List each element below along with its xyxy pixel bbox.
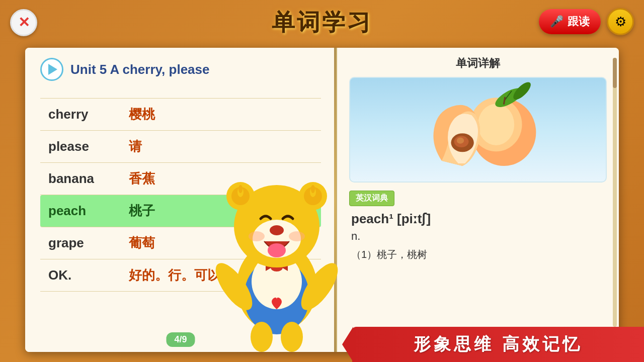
word-chinese: 葡萄 [129,234,155,252]
gear-icon: ⚙ [615,14,626,30]
word-english: peach [48,203,119,219]
word-detail-title: 单词详解 [349,56,607,71]
dict-tag: 英汉词典 [349,191,394,206]
word-chinese: 桃子 [129,202,155,220]
scrollbar-thumb[interactable] [613,58,617,88]
svg-point-17 [268,243,286,257]
word-english: grape [48,235,119,251]
unit-header: Unit 5 A cherry, please [40,58,321,86]
svg-point-22 [251,322,273,352]
word-english: cherry [48,107,119,122]
dict-headword: peach¹ [piːtʃ] [351,211,605,227]
svg-point-14 [311,185,315,193]
word-chinese: 请 [129,138,142,155]
dict-definition: （1）桃子，桃树 [351,247,605,262]
top-bar: ✕ 单词学习 🎤 跟读 ⚙ [0,0,644,45]
right-page: 单词详解 [337,48,619,352]
word-image-box [349,77,607,183]
play-button[interactable] [40,58,63,81]
settings-button[interactable]: ⚙ [607,8,634,35]
word-chinese: 樱桃 [129,106,155,123]
follow-read-button[interactable]: 🎤 跟读 [539,9,601,34]
mic-icon: 🎤 [550,15,564,28]
dict-entry: peach¹ [piːtʃ] n. （1）桃子，桃树 [349,211,607,262]
svg-point-19 [289,231,305,241]
unit-title: Unit 5 A cherry, please [70,62,209,77]
word-english: banana [48,171,119,187]
top-right-controls: 🎤 跟读 ⚙ [539,8,634,35]
svg-point-23 [281,322,303,352]
book-container: Unit 5 A cherry, please cherry 樱桃 please… [25,48,619,352]
word-english: OK. [48,267,119,283]
word-row-cherry[interactable]: cherry 樱桃 [40,98,321,131]
svg-point-33 [457,137,464,143]
scrollbar[interactable] [613,58,617,327]
close-icon: ✕ [18,16,30,30]
bottom-banner: 形象思维 高效记忆 [352,327,644,362]
close-button[interactable]: ✕ [10,9,37,36]
bottom-banner-text: 形象思维 高效记忆 [414,333,582,356]
svg-point-26 [478,104,514,145]
page-title: 单词学习 [272,7,372,38]
dict-pos: n. [351,230,605,243]
page-number: 4/9 [166,332,195,347]
follow-read-label: 跟读 [568,14,590,29]
svg-point-16 [270,225,284,235]
bear-mascot [206,131,347,352]
svg-point-18 [249,231,265,241]
svg-line-30 [504,98,505,104]
word-chinese: 香蕉 [129,170,155,188]
word-english: please [48,139,119,154]
svg-point-10 [238,185,243,193]
